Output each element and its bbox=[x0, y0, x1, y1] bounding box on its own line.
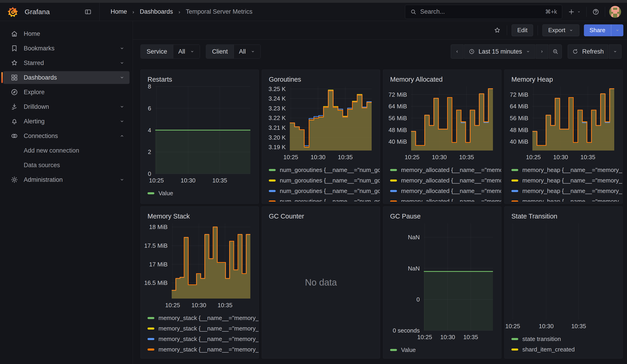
y-tick-label: 16.5 MiB bbox=[144, 279, 168, 286]
legend-item[interactable]: Value bbox=[148, 188, 259, 199]
topbar-right: ⌘+k bbox=[405, 3, 627, 21]
refresh-interval-button[interactable] bbox=[609, 45, 622, 59]
sidebar-item-label: Bookmarks bbox=[24, 45, 54, 52]
chevron-down-icon[interactable] bbox=[119, 45, 125, 51]
avatar-pixel bbox=[611, 10, 613, 12]
star-icon bbox=[10, 59, 18, 67]
chevron-down-icon[interactable] bbox=[119, 177, 125, 183]
chevron-down-icon[interactable] bbox=[119, 75, 125, 81]
panel-title[interactable]: Memory Heap bbox=[505, 75, 623, 83]
legend-item[interactable]: state transition bbox=[511, 334, 623, 344]
legend-item[interactable]: memory_allocated {__name__="memo bbox=[390, 165, 501, 175]
avatar[interactable] bbox=[609, 6, 621, 18]
sidebar-item-drilldown[interactable]: Drilldown bbox=[3, 100, 129, 113]
refresh-button[interactable]: Refresh bbox=[568, 45, 608, 59]
y-tick-label: 64 MiB bbox=[388, 103, 407, 110]
sidebar-item-data-sources[interactable]: Data sources bbox=[3, 159, 129, 171]
plus-icon bbox=[568, 8, 575, 15]
chart[interactable]: 10:2510:3010:35 bbox=[505, 223, 623, 330]
avatar-pixel bbox=[609, 12, 611, 14]
search-icon bbox=[410, 9, 417, 15]
y-tick-label: NaN bbox=[408, 234, 420, 241]
legend-item[interactable]: memory_stack {__name__="memory_s bbox=[148, 313, 259, 323]
chart[interactable]: 40 MiB48 MiB56 MiB64 MiB72 MiB 10:2510:3… bbox=[505, 86, 623, 161]
avatar-pixel bbox=[617, 14, 619, 16]
y-tick-label: 48 MiB bbox=[388, 126, 407, 133]
sidebar-item-add-new-connection[interactable]: Add new connection bbox=[3, 144, 129, 157]
panel-title[interactable]: Memory Allocated bbox=[383, 75, 501, 83]
share-dropdown-button[interactable] bbox=[611, 24, 623, 36]
legend-item[interactable]: num_goroutines {__name__="num_go bbox=[269, 186, 380, 196]
breadcrumb-dashboards[interactable]: Dashboards bbox=[140, 8, 173, 15]
legend-item[interactable]: num_goroutines {__name__="num_go bbox=[269, 175, 380, 186]
legend-item[interactable]: memory_stack {__name__="memory_s bbox=[148, 323, 259, 334]
edit-button[interactable]: Edit bbox=[512, 24, 533, 36]
chart[interactable]: 02468 10:2510:3010:35 bbox=[141, 86, 259, 184]
client-variable: Client All bbox=[206, 45, 261, 59]
legend-item[interactable]: memory_heap {__name__="memory_h bbox=[511, 165, 623, 175]
sidebar-item-bookmarks[interactable]: Bookmarks bbox=[3, 42, 129, 55]
legend-item[interactable]: Value bbox=[390, 345, 501, 355]
sidebar-item-connections[interactable]: Connections bbox=[3, 130, 129, 142]
help-button[interactable] bbox=[591, 7, 601, 17]
client-variable-value[interactable]: All bbox=[234, 45, 260, 58]
avatar-pixel bbox=[609, 8, 611, 10]
export-button[interactable]: Export bbox=[542, 24, 579, 36]
legend-item[interactable]: memory_allocated {__name__="memo bbox=[390, 186, 501, 196]
breadcrumb-home[interactable]: Home bbox=[110, 8, 127, 15]
search-input[interactable] bbox=[420, 8, 541, 15]
panel-title[interactable]: Goroutines bbox=[262, 75, 380, 83]
chevron-down-icon[interactable] bbox=[119, 60, 125, 66]
chart[interactable]: 16.5 MiB17 MiB17.5 MiB18 MiB 10:2510:301… bbox=[141, 223, 259, 309]
chart[interactable]: 3.19 K3.20 K3.21 K3.22 K3.23 K3.24 K3.25… bbox=[262, 86, 380, 161]
sidebar-item-dashboards[interactable]: Dashboards bbox=[3, 71, 129, 84]
time-shift-back-button[interactable] bbox=[451, 45, 464, 59]
legend-item[interactable]: num_goroutines {__name__="num_go bbox=[269, 165, 380, 175]
sidebar-item-label: Drilldown bbox=[24, 103, 49, 110]
sidebar-item-explore[interactable]: Explore bbox=[3, 86, 129, 99]
divider bbox=[507, 25, 507, 35]
grafana-logo-icon[interactable] bbox=[7, 5, 19, 18]
legend-item[interactable]: memory_stack {__name__="memory_s bbox=[148, 334, 259, 344]
panel-title[interactable]: Restarts bbox=[141, 75, 259, 83]
chevron-down-icon[interactable] bbox=[119, 104, 125, 110]
service-variable-value[interactable]: All bbox=[173, 45, 200, 58]
panel-title[interactable]: State Transition bbox=[505, 212, 623, 220]
legend-item[interactable]: memory_allocated {__name__="memo bbox=[390, 175, 501, 186]
dock-menu-icon[interactable] bbox=[83, 7, 93, 16]
time-range-picker[interactable]: Last 15 minutes bbox=[464, 45, 535, 59]
zoom-out-button[interactable] bbox=[549, 45, 562, 59]
panel-title[interactable]: Memory Stack bbox=[141, 212, 259, 220]
chart[interactable]: 40 MiB48 MiB56 MiB64 MiB72 MiB 10:2510:3… bbox=[383, 86, 501, 161]
x-tick-label: 10:25 bbox=[283, 154, 298, 161]
time-controls: Last 15 minutes Refresh bbox=[451, 45, 625, 59]
legend-item[interactable]: memory_stack {__name__="memory_s bbox=[148, 344, 259, 355]
panel-memory-stack: Memory Stack 16.5 MiB17 MiB17.5 MiB18 Mi… bbox=[140, 207, 259, 359]
chevron-right-icon bbox=[177, 9, 182, 15]
breadcrumb-current: Temporal Server Metrics bbox=[186, 8, 253, 15]
star-button[interactable] bbox=[492, 25, 502, 35]
legend-item[interactable]: memory_heap {__name__="memory_h bbox=[511, 196, 623, 202]
sidebar-item-administration[interactable]: Administration bbox=[3, 173, 129, 186]
link-icon bbox=[10, 132, 18, 140]
search-box[interactable]: ⌘+k bbox=[405, 5, 562, 19]
share-button[interactable]: Share bbox=[584, 24, 611, 36]
y-axis-labels: 40 MiB48 MiB56 MiB64 MiB72 MiB bbox=[383, 86, 407, 151]
legend-item[interactable]: memory_heap {__name__="memory_h bbox=[511, 175, 623, 186]
chevron-up-icon[interactable] bbox=[119, 133, 125, 139]
legend-label: memory_heap {__name__="memory_h bbox=[522, 177, 623, 184]
avatar-pixel bbox=[615, 14, 617, 16]
legend-item[interactable]: memory_allocated {__name__="memo bbox=[390, 196, 501, 202]
legend-item[interactable]: num_goroutines {__name__="num_go bbox=[269, 196, 380, 202]
legend-item[interactable]: shard_item_created bbox=[511, 344, 623, 355]
grid-icon bbox=[10, 74, 18, 81]
legend-item[interactable]: memory_heap {__name__="memory_h bbox=[511, 186, 623, 196]
sidebar-item-alerting[interactable]: Alerting bbox=[3, 115, 129, 128]
add-new-button[interactable] bbox=[566, 7, 582, 17]
chevron-down-icon[interactable] bbox=[119, 118, 125, 124]
panel-title[interactable]: GC Pause bbox=[383, 212, 501, 220]
sidebar-item-home[interactable]: Home bbox=[3, 27, 129, 40]
time-shift-forward-button[interactable] bbox=[536, 45, 548, 59]
sidebar-item-starred[interactable]: Starred bbox=[3, 56, 129, 69]
chart[interactable]: 0 seconds0NaNNaN 10:2510:3010:35 bbox=[383, 223, 501, 341]
